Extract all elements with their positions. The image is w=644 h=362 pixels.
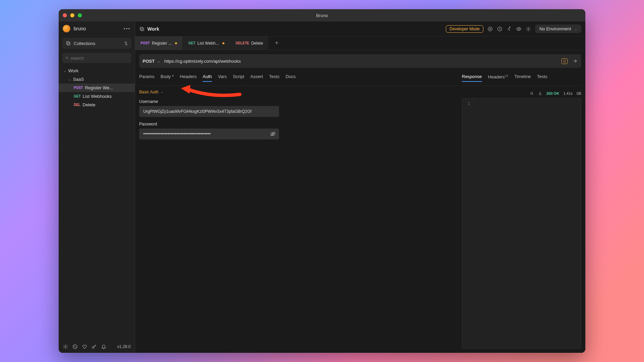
cookie-icon[interactable]: [72, 344, 78, 349]
collections-icon: [65, 41, 71, 46]
svg-point-15: [528, 28, 529, 30]
response-pane: Response Headers12 Timeline Tests 200 OK…: [462, 72, 581, 349]
resp-tab-timeline[interactable]: Timeline: [514, 74, 531, 82]
svg-rect-10: [141, 28, 144, 31]
tree-folder-saas[interactable]: ⌄ SaaS: [59, 75, 135, 84]
tree-request-delete[interactable]: DEL Delete: [59, 101, 135, 109]
heart-icon[interactable]: [82, 344, 87, 349]
subtab-docs[interactable]: Docs: [286, 74, 296, 82]
svg-point-5: [73, 345, 77, 349]
password-input[interactable]: [139, 129, 279, 139]
subtab-script[interactable]: Script: [233, 74, 244, 82]
svg-point-6: [74, 346, 74, 346]
tab-label: List Webh...: [197, 41, 219, 46]
svg-point-14: [518, 28, 519, 30]
svg-point-2: [66, 57, 68, 59]
svg-rect-1: [67, 42, 70, 45]
breadcrumb[interactable]: Work: [147, 26, 159, 32]
bell-icon[interactable]: [101, 344, 106, 349]
workspace-header[interactable]: bruno •••: [59, 21, 135, 36]
subtab-params[interactable]: Params: [139, 74, 155, 82]
response-subtabs: Response Headers12 Timeline Tests: [462, 72, 581, 86]
maximize-window-button[interactable]: [78, 13, 82, 17]
eye-icon[interactable]: [516, 26, 522, 32]
collections-header[interactable]: Collections ⇅: [62, 38, 131, 49]
runner-icon[interactable]: [507, 26, 512, 32]
resp-tab-response[interactable]: Response: [462, 74, 482, 82]
url-input[interactable]: https://cg.optimizely.com/api/webhooks: [164, 59, 557, 64]
workspace-menu-button[interactable]: •••: [123, 26, 131, 31]
main-area: Work Developer Mode No Environment ⌄: [135, 21, 585, 353]
close-window-button[interactable]: [63, 13, 67, 17]
request-pane: Params Body * Headers Auth Vars Script A…: [139, 72, 458, 349]
subtab-vars[interactable]: Vars: [218, 74, 227, 82]
subtab-assert[interactable]: Assert: [250, 74, 263, 82]
minimize-window-button[interactable]: [70, 13, 74, 17]
url-bar: POST ⌄ https://cg.optimizely.com/api/web…: [139, 54, 581, 68]
developer-mode-button[interactable]: Developer Mode: [446, 25, 483, 33]
clear-response-icon[interactable]: [529, 91, 534, 95]
environment-label: No Environment: [539, 26, 571, 31]
download-response-icon[interactable]: [538, 91, 542, 95]
sort-icon[interactable]: ⇅: [124, 41, 128, 46]
tab-list-webhooks[interactable]: GET List Webh...: [183, 36, 230, 50]
status-badge: 200 OK: [546, 91, 559, 95]
method-badge: DELETE: [236, 41, 249, 45]
chevron-down-icon: ⌄: [63, 69, 66, 73]
method-selector[interactable]: POST ⌄: [143, 59, 160, 64]
search-input[interactable]: [71, 56, 128, 61]
svg-rect-9: [140, 27, 143, 30]
tree-request-register[interactable]: POST Register We...: [59, 84, 135, 92]
response-size: 0B: [577, 91, 581, 95]
request-subtabs: Params Body * Headers Auth Vars Script A…: [139, 72, 458, 86]
toggle-password-visibility-button[interactable]: [270, 131, 276, 138]
new-tab-button[interactable]: +: [269, 36, 285, 50]
url-bar-container: POST ⌄ https://cg.optimizely.com/api/web…: [135, 50, 585, 72]
tab-register[interactable]: POST Register ...: [135, 36, 183, 50]
tab-label: Delete: [251, 41, 263, 46]
panes: Params Body * Headers Auth Vars Script A…: [135, 72, 585, 353]
resp-tab-tests[interactable]: Tests: [537, 74, 547, 82]
tree-request-list-webhooks[interactable]: GET List Webhooks: [59, 92, 135, 101]
svg-marker-16: [181, 85, 190, 94]
svg-point-8: [92, 346, 94, 348]
generate-code-button[interactable]: ⟨⟩: [561, 58, 568, 64]
tree-folder-work[interactable]: ⌄ Work: [59, 66, 135, 75]
collection-icon: [139, 26, 145, 32]
subtab-tests[interactable]: Tests: [269, 74, 279, 82]
tree-folder-label: SaaS: [73, 77, 84, 82]
app-body: bruno ••• Collections ⇅ ⌄ Work ⌄ SaaS: [59, 21, 585, 353]
sidebar-search[interactable]: [62, 53, 131, 63]
version-label: v1.28.0: [117, 344, 131, 349]
dirty-indicator-icon: [175, 42, 177, 44]
chevron-down-icon: ⌄: [161, 90, 163, 94]
titlebar: Bruno: [59, 9, 585, 21]
subtab-auth[interactable]: Auth: [203, 74, 212, 82]
resp-tab-headers[interactable]: Headers12: [488, 74, 508, 82]
key-icon[interactable]: [91, 344, 97, 349]
chevron-down-icon: ⌄: [68, 77, 71, 81]
method-badge: GET: [188, 41, 195, 45]
app-window: Bruno bruno ••• Collections ⇅ ⌄ Work: [59, 9, 585, 353]
svg-point-4: [65, 346, 66, 347]
clock-icon[interactable]: [497, 26, 502, 32]
gear-icon[interactable]: [63, 344, 68, 349]
response-body[interactable]: 1: [462, 98, 581, 349]
subtab-body[interactable]: Body *: [161, 74, 174, 82]
tree-request-label: Delete: [83, 102, 96, 107]
tree-request-label: Register We...: [85, 85, 113, 90]
chevron-down-icon: ⌄: [157, 59, 160, 63]
environment-selector[interactable]: No Environment ⌄: [535, 25, 581, 33]
collections-tree: ⌄ Work ⌄ SaaS POST Register We... GET Li…: [59, 65, 135, 110]
safari-icon[interactable]: [487, 26, 493, 32]
window-title: Bruno: [316, 13, 328, 18]
headers-count: 12: [505, 74, 508, 77]
username-input[interactable]: [139, 106, 279, 117]
auth-type-label: Basic Auth: [139, 90, 159, 94]
sidebar: bruno ••• Collections ⇅ ⌄ Work ⌄ SaaS: [59, 21, 135, 353]
tab-delete[interactable]: DELETE Delete: [230, 36, 269, 50]
settings-icon[interactable]: [526, 26, 531, 32]
tree-request-label: List Webhooks: [83, 94, 112, 99]
subtab-headers[interactable]: Headers: [180, 74, 196, 82]
send-button[interactable]: [572, 58, 578, 64]
